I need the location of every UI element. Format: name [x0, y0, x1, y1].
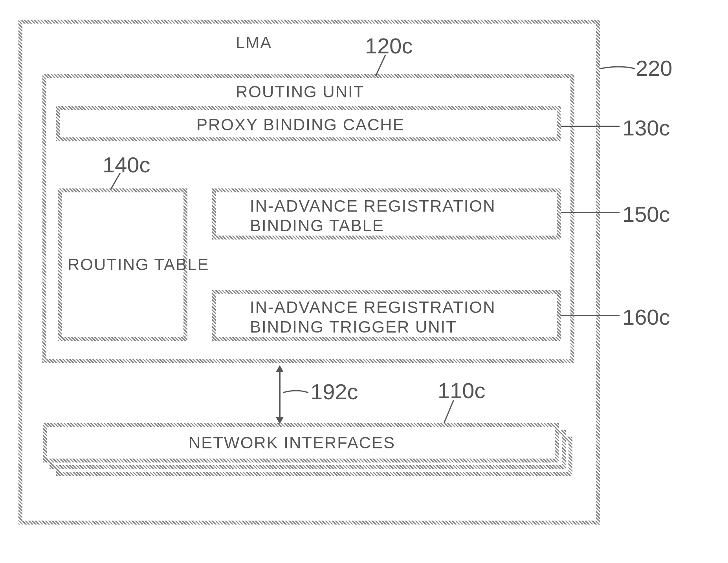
proxy-binding-cache-label: PROXY BINDING CACHE [196, 115, 405, 134]
leader-220 [600, 63, 639, 75]
leader-120c [374, 55, 389, 76]
svg-marker-1 [276, 365, 284, 372]
routing-unit-label: ROUTING UNIT [236, 82, 364, 101]
lma-title: LMA [236, 33, 272, 52]
ref-192c: 192c [310, 379, 358, 404]
leader-130c [561, 126, 620, 127]
leader-150c [561, 212, 620, 213]
ref-130c: 130c [622, 115, 670, 141]
network-interfaces-label: NETWORK INTERFACES [189, 433, 395, 452]
svg-line-5 [444, 400, 454, 423]
ref-220: 220 [636, 55, 672, 81]
leader-110c [442, 400, 458, 423]
svg-line-3 [376, 55, 385, 76]
ref-150c: 150c [622, 201, 670, 227]
leader-192c [283, 387, 310, 398]
leader-160c [561, 315, 620, 316]
in-advance-trigger-label: IN-ADVANCE REGISTRATIONBINDING TRIGGER U… [250, 298, 496, 337]
leader-140c [108, 173, 124, 190]
ref-160c: 160c [622, 304, 670, 330]
routing-table-label: ROUTING TABLE [68, 255, 209, 274]
svg-line-4 [110, 173, 120, 190]
svg-marker-2 [276, 417, 284, 424]
in-advance-binding-table-label: IN-ADVANCE REGISTRATIONBINDING TABLE [250, 196, 496, 236]
